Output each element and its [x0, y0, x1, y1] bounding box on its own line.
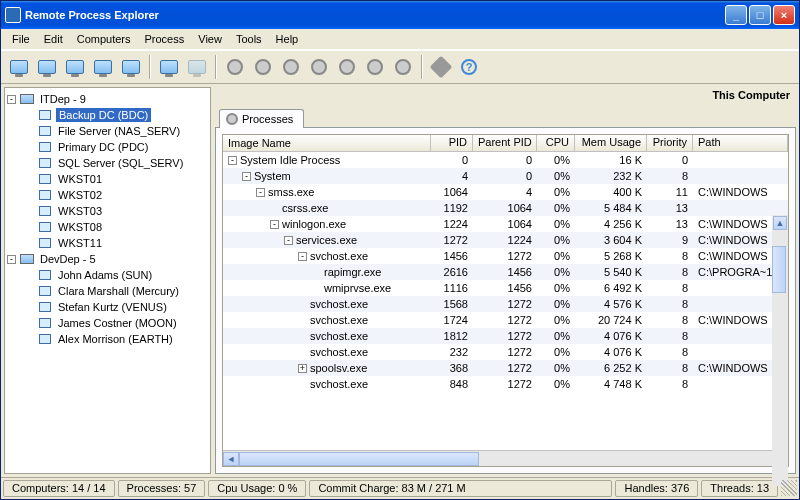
- grid-body[interactable]: -System Idle Process000%16 K0-System400%…: [223, 152, 788, 450]
- cell-mem: 5 484 K: [575, 202, 647, 214]
- tree-node[interactable]: Stefan Kurtz (VENUS): [7, 299, 208, 315]
- scroll-thumb[interactable]: [239, 452, 479, 466]
- expander-icon[interactable]: -: [7, 95, 16, 104]
- process-name: wmiprvse.exe: [324, 282, 391, 294]
- titlebar[interactable]: Remote Process Explorer _ □ ×: [1, 1, 799, 29]
- scroll-track[interactable]: [239, 452, 772, 466]
- tree-node[interactable]: WKST08: [7, 219, 208, 235]
- expander-icon[interactable]: -: [228, 156, 237, 165]
- process-kill-button[interactable]: [277, 53, 305, 81]
- col-pid[interactable]: PID: [431, 135, 473, 151]
- tree-group[interactable]: -ITDep - 9: [7, 91, 208, 107]
- add-computer-button[interactable]: [33, 53, 61, 81]
- process-search-button[interactable]: [389, 53, 417, 81]
- process-priority-button[interactable]: [305, 53, 333, 81]
- col-image-name[interactable]: Image Name: [223, 135, 431, 151]
- close-button[interactable]: ×: [773, 5, 795, 25]
- menu-process[interactable]: Process: [138, 31, 192, 47]
- tree-node[interactable]: James Costner (MOON): [7, 315, 208, 331]
- cell-pid: 1456: [431, 250, 473, 262]
- find-computer-button[interactable]: [5, 53, 33, 81]
- col-cpu[interactable]: CPU: [537, 135, 575, 151]
- scroll-up-button[interactable]: ▲: [773, 216, 787, 230]
- cell-cpu: 0%: [537, 282, 575, 294]
- cell-cpu: 0%: [537, 314, 575, 326]
- tab-processes[interactable]: Processes: [219, 109, 304, 128]
- process-name: svchost.exe: [310, 250, 368, 262]
- horizontal-scrollbar[interactable]: ◄ ►: [223, 450, 788, 466]
- table-row[interactable]: -smss.exe106440%400 K11C:\WINDOWS: [223, 184, 788, 200]
- menu-edit[interactable]: Edit: [37, 31, 70, 47]
- tree-group[interactable]: -DevDep - 5: [7, 251, 208, 267]
- menu-help[interactable]: Help: [269, 31, 306, 47]
- menu-computers[interactable]: Computers: [70, 31, 138, 47]
- help-button[interactable]: ?: [455, 53, 483, 81]
- table-row[interactable]: -System400%232 K8: [223, 168, 788, 184]
- table-row[interactable]: svchost.exe23212720%4 076 K8: [223, 344, 788, 360]
- tree-label: John Adams (SUN): [56, 268, 154, 282]
- tree-node[interactable]: WKST11: [7, 235, 208, 251]
- process-action-1[interactable]: [221, 53, 249, 81]
- tree-node[interactable]: WKST02: [7, 187, 208, 203]
- tree-node[interactable]: Clara Marshall (Mercury): [7, 283, 208, 299]
- tree-node[interactable]: WKST03: [7, 203, 208, 219]
- col-mem-usage[interactable]: Mem Usage: [575, 135, 647, 151]
- tabbar: Processes: [215, 104, 796, 128]
- expander-icon[interactable]: -: [284, 236, 293, 245]
- disconnect-button[interactable]: [183, 53, 211, 81]
- process-refresh-button[interactable]: [333, 53, 361, 81]
- scroll-thumb[interactable]: [772, 246, 786, 293]
- tree-node[interactable]: WKST01: [7, 171, 208, 187]
- grid-header[interactable]: Image Name PID Parent PID CPU Mem Usage …: [223, 135, 788, 152]
- maximize-button[interactable]: □: [749, 5, 771, 25]
- table-row[interactable]: -services.exe127212240%3 604 K9C:\WINDOW…: [223, 232, 788, 248]
- table-row[interactable]: svchost.exe181212720%4 076 K8: [223, 328, 788, 344]
- tree-node[interactable]: File Server (NAS_SERV): [7, 123, 208, 139]
- options-button[interactable]: [427, 53, 455, 81]
- menu-view[interactable]: View: [191, 31, 229, 47]
- col-path[interactable]: Path: [693, 135, 788, 151]
- tree-label: DevDep - 5: [38, 252, 98, 266]
- computer-icon: [37, 284, 53, 298]
- cell-mem: 400 K: [575, 186, 647, 198]
- table-row[interactable]: svchost.exe156812720%4 576 K8: [223, 296, 788, 312]
- table-row[interactable]: +spoolsv.exe36812720%6 252 K8C:\WINDOWS: [223, 360, 788, 376]
- menu-tools[interactable]: Tools: [229, 31, 269, 47]
- tree-node[interactable]: Primary DC (PDC): [7, 139, 208, 155]
- table-row[interactable]: -System Idle Process000%16 K0: [223, 152, 788, 168]
- col-parent-pid[interactable]: Parent PID: [473, 135, 537, 151]
- resize-gripper-icon[interactable]: [781, 480, 797, 496]
- gear-icon: [226, 113, 238, 125]
- expander-icon[interactable]: -: [242, 172, 251, 181]
- scroll-left-button[interactable]: ◄: [223, 452, 239, 466]
- table-row[interactable]: wmiprvse.exe111614560%6 492 K8: [223, 280, 788, 296]
- tree-node[interactable]: Alex Morrison (EARTH): [7, 331, 208, 347]
- table-row[interactable]: svchost.exe84812720%4 748 K8: [223, 376, 788, 392]
- remove-computer-button[interactable]: [89, 53, 117, 81]
- minimize-button[interactable]: _: [725, 5, 747, 25]
- expander-icon[interactable]: +: [298, 364, 307, 373]
- refresh-computers-button[interactable]: [117, 53, 145, 81]
- expander-icon[interactable]: -: [7, 255, 16, 264]
- table-row[interactable]: svchost.exe172412720%20 724 K8C:\WINDOWS: [223, 312, 788, 328]
- tree-node[interactable]: John Adams (SUN): [7, 267, 208, 283]
- edit-computer-button[interactable]: [61, 53, 89, 81]
- menu-file[interactable]: File: [5, 31, 37, 47]
- vertical-scrollbar[interactable]: ▲: [772, 215, 788, 486]
- process-action-2[interactable]: [249, 53, 277, 81]
- expander-icon[interactable]: -: [270, 220, 279, 229]
- expander-icon[interactable]: -: [256, 188, 265, 197]
- connect-button[interactable]: [155, 53, 183, 81]
- process-info-button[interactable]: [361, 53, 389, 81]
- table-row[interactable]: rapimgr.exe261614560%5 540 K8C:\PROGRA~1: [223, 264, 788, 280]
- table-row[interactable]: -svchost.exe145612720%5 268 K8C:\WINDOWS: [223, 248, 788, 264]
- tree-label: Clara Marshall (Mercury): [56, 284, 181, 298]
- computer-tree[interactable]: -ITDep - 9Backup DC (BDC)File Server (NA…: [5, 88, 210, 350]
- expander-icon[interactable]: -: [298, 252, 307, 261]
- col-priority[interactable]: Priority: [647, 135, 693, 151]
- group-icon: [19, 92, 35, 106]
- tree-node[interactable]: SQL Server (SQL_SERV): [7, 155, 208, 171]
- tree-node[interactable]: Backup DC (BDC): [7, 107, 208, 123]
- table-row[interactable]: -winlogon.exe122410640%4 256 K13C:\WINDO…: [223, 216, 788, 232]
- table-row[interactable]: csrss.exe119210640%5 484 K13: [223, 200, 788, 216]
